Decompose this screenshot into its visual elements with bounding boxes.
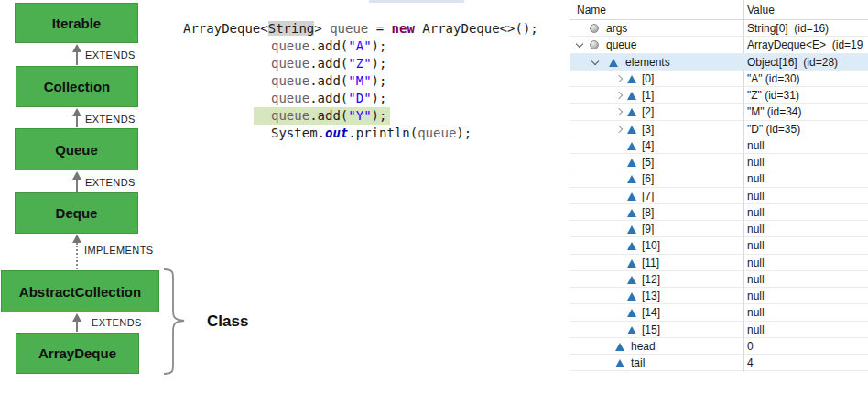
field-icon [627,225,636,234]
chevron-right-icon[interactable] [615,108,623,115]
variable-name: [12] [642,273,660,286]
variable-name: [3] [642,123,654,136]
code-token: .println( [348,126,418,140]
variables-rows: argsString[0] (id=16)queueArrayDeque<E> … [570,20,868,371]
chevron-down-icon[interactable] [576,40,583,48]
code-line[interactable]: queue.add("M"); [183,72,538,90]
field-icon [627,175,636,183]
column-header-value: Value [747,4,775,16]
chevron-right-icon[interactable] [615,125,623,132]
field-icon [627,209,636,217]
variable-name: [14] [642,306,660,319]
variable-row[interactable]: head0 [570,338,868,355]
variable-name: tail [631,356,645,369]
brace-icon [162,268,188,376]
code-token: ); [372,73,387,88]
variables-panel: Name Value argsString[0] (id=16)queueArr… [570,0,868,394]
variable-row[interactable]: argsString[0] (id=16) [570,20,868,37]
code-token: ); [372,56,387,71]
variable-value: 0 [747,340,754,353]
code-line[interactable]: queue.add("A"); [183,38,538,55]
variable-value: null [747,290,765,302]
chevron-right-icon[interactable] [615,92,623,99]
code-token: queue [271,38,309,53]
variable-value: String[0] (id=16) [747,22,829,35]
code-line[interactable]: queue.add("Y"); [183,107,538,125]
code-token: new [392,21,415,36]
page: Iterable Collection Queue Deque Abstract… [0,0,868,394]
code-line[interactable]: System.out.println(queue); [183,125,538,142]
variable-row[interactable]: elementsObject[16] (id=28) [570,54,868,71]
variable-row[interactable]: [14]null [570,304,868,321]
code-token: queue [271,91,309,105]
variable-row[interactable]: queueArrayDeque<E> (id=19 [570,37,868,53]
extends-arrow-icon [71,171,82,192]
code-token: ); [372,91,387,105]
variable-name: [7] [642,190,654,202]
field-icon [627,75,636,83]
variable-row[interactable]: [4]null [570,137,868,154]
field-icon [627,309,636,317]
variable-value: ArrayDeque<E> (id=19 [747,38,863,51]
variable-row[interactable]: [7]null [570,188,868,204]
variable-value: "M" (id=34) [747,105,802,118]
code-token: .add( [309,38,348,53]
variable-row[interactable]: [11]null [570,255,868,271]
edge-label: IMPLEMENTS [84,245,154,256]
code-token: ArrayDeque<>(); [415,21,538,36]
diagram-box-queue: Queue [15,128,138,170]
diagram-box-arraydeque: ArrayDeque [16,333,139,374]
code-line[interactable]: ArrayDeque<String> queue = new ArrayDequ… [183,20,538,38]
chevron-down-icon[interactable] [591,57,599,64]
variable-value: null [747,257,765,269]
code-editor[interactable]: ArrayDeque<String> queue = new ArrayDequ… [183,20,538,142]
variable-name: [5] [642,156,654,169]
code-token: = [368,21,391,36]
code-line[interactable]: queue.add("Z"); [183,55,538,72]
field-icon [627,326,636,334]
variable-value: null [747,172,765,185]
variable-value: null [747,139,765,152]
variable-name: [13] [642,290,660,302]
field-icon [609,59,618,67]
edge-label: EXTENDS [85,114,136,125]
current-execution-line-highlight: queue.add("Y"); [254,107,390,125]
variable-name: elements [625,56,670,69]
field-icon [627,126,636,134]
variable-row[interactable]: [0]"A" (id=30) [570,71,868,87]
variable-row[interactable]: tail4 [570,355,868,371]
code-token: String [268,21,315,36]
variable-row[interactable]: [12]null [570,271,868,288]
variable-row[interactable]: [15]null [570,322,868,338]
variable-name: [4] [642,139,654,152]
variable-value: "Z" (id=31) [747,89,799,102]
variable-value: Object[16] (id=28) [747,56,838,69]
variable-value: null [747,223,765,235]
variable-row[interactable]: [6]null [570,170,868,187]
variable-row[interactable]: [8]null [570,204,868,221]
local-variable-icon [590,40,599,49]
variable-name: [2] [642,105,654,118]
code-token: queue [271,56,309,71]
code-token: .add( [309,56,348,71]
code-line[interactable]: queue.add("D"); [183,90,538,107]
field-icon [627,276,636,284]
field-icon [627,92,636,100]
variable-name: [15] [642,323,660,336]
code-token: queue [271,73,309,88]
chevron-right-icon[interactable] [615,75,623,82]
variable-row[interactable]: [2]"M" (id=34) [570,104,868,120]
field-icon [627,242,636,250]
code-token: queue [418,126,456,140]
variable-row[interactable]: [1]"Z" (id=31) [570,87,868,104]
code-token: ); [372,38,387,53]
variable-row[interactable]: [10]null [570,237,868,254]
column-header-name: Name [577,4,606,16]
variable-row[interactable]: [3]"D" (id=35) [570,121,868,137]
variable-row[interactable]: [13]null [570,288,868,304]
variable-name: head [631,340,656,353]
variable-row[interactable]: [5]null [570,154,868,170]
field-icon [627,108,636,116]
code-token: .add( [309,91,348,105]
variable-row[interactable]: [9]null [570,221,868,237]
